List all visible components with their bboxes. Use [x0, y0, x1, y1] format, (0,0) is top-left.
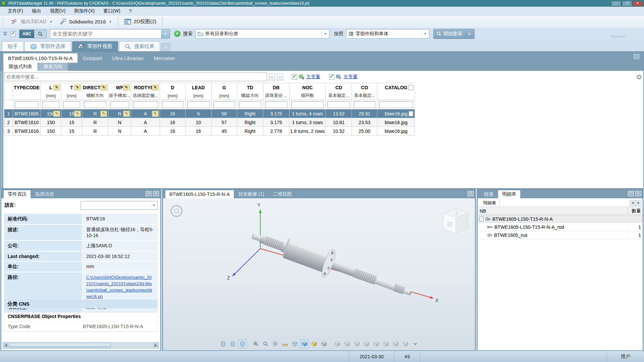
- cell-typecode[interactable]: BTWE1610: [13, 118, 41, 127]
- part-variants-table[interactable]: TYPECODEL✎T✎DIRECTOR✎WF✎RODTYPE✎DLEADGTD…: [4, 83, 415, 136]
- main-tab-3[interactable]: 零部件视图: [72, 41, 118, 51]
- cell-wf[interactable]: N: [108, 127, 131, 136]
- main-tab-5[interactable]: +: [161, 43, 170, 51]
- column-header-t[interactable]: T✎: [61, 83, 82, 92]
- bom-tab-2[interactable]: 明細表: [498, 190, 520, 198]
- column-header-wf[interactable]: WF✎: [108, 83, 131, 92]
- projection-2d-button[interactable]: 2D投图(2): [121, 17, 160, 27]
- column-filter-input[interactable]: [84, 101, 106, 108]
- part-tab-4[interactable]: Mercateo: [149, 53, 179, 63]
- cell-cd[interactable]: 13.52: [326, 109, 352, 118]
- maximize-panel-icon[interactable]: [634, 54, 639, 59]
- edit-column-icon[interactable]: ✎: [74, 85, 81, 91]
- iso-view-2-icon[interactable]: [343, 340, 352, 348]
- previous-match-button[interactable]: <: [269, 73, 275, 81]
- viewer-tab-1[interactable]: BTWE1605-L150-T15-R-N-A: [165, 190, 234, 198]
- part-info-tab-1[interactable]: 零件資訊: [4, 190, 31, 198]
- cell-db[interactable]: 3.175: [263, 118, 289, 127]
- bom-row[interactable]: BTWE1605-L150-T15-R-N-A_rod1: [478, 223, 643, 231]
- main-tab-4[interactable]: 搜索结果: [119, 41, 160, 51]
- search-scope-combo[interactable]: 零部件组和单体 ▼: [346, 29, 429, 39]
- bom-subtab[interactable]: 明細表: [480, 199, 500, 207]
- iso-view-1-icon[interactable]: [333, 340, 342, 348]
- column-filter-input[interactable]: [239, 101, 261, 108]
- cell-typecode[interactable]: BTWE1616: [13, 127, 41, 136]
- column-header-lead[interactable]: LEAD: [185, 83, 211, 92]
- minimize-button[interactable]: —: [611, 1, 621, 6]
- column-header-typecode[interactable]: TYPECODE: [13, 83, 41, 92]
- menu-item[interactable]: 输出: [28, 8, 46, 14]
- column-filter-input[interactable]: [379, 101, 413, 108]
- close-panel-icon[interactable]: ✕: [153, 191, 159, 196]
- part-info-tab-2[interactable]: 拓撲信息: [31, 190, 58, 198]
- iso-view-7-icon[interactable]: [391, 340, 400, 348]
- column-filter-input[interactable]: [63, 101, 80, 108]
- column-header-cd[interactable]: CD: [326, 83, 352, 92]
- column-header-g[interactable]: G: [211, 83, 237, 92]
- menu-item[interactable]: 视图(V): [46, 8, 70, 14]
- edit-value-icon[interactable]: ✎: [100, 111, 107, 117]
- float-panel-icon[interactable]: ❐: [146, 191, 152, 196]
- cell-lead[interactable]: 16: [185, 127, 211, 136]
- cell-lead[interactable]: 5: [185, 109, 211, 118]
- column-filter-input[interactable]: [187, 101, 210, 108]
- maximize-button[interactable]: ❐: [622, 1, 632, 6]
- bom-row[interactable]: −BTWE1605-L150-T15-R-N-A: [478, 215, 643, 223]
- edit-column-icon[interactable]: ✎: [123, 85, 130, 91]
- material-box-icon[interactable]: [310, 340, 319, 348]
- catalog-scope-combo[interactable]: 所有目录和分类 ▼: [195, 29, 329, 39]
- cell-cd[interactable]: 10.81: [326, 118, 352, 127]
- cell-td[interactable]: Right: [237, 118, 263, 127]
- cell-catalog[interactable]: btwe16.jpg: [377, 127, 415, 136]
- secondary-variables-checkbox[interactable]: [329, 74, 334, 80]
- render-wireframe-icon[interactable]: [290, 340, 299, 348]
- main-tab-2[interactable]: 零部件选择: [24, 41, 71, 51]
- next-match-button[interactable]: >: [277, 73, 283, 81]
- bom-scroll-left-icon[interactable]: [630, 200, 635, 206]
- part-tab-2[interactable]: Octopart: [78, 53, 107, 63]
- scroll-right-icon[interactable]: [153, 343, 159, 348]
- cell-td[interactable]: Right: [237, 127, 263, 136]
- iso-view-6-icon[interactable]: [382, 340, 390, 348]
- layout-tab-2[interactable]: 垂直方向: [38, 63, 68, 71]
- column-filter-input[interactable]: [213, 101, 235, 108]
- column-filter-input[interactable]: [291, 101, 324, 108]
- column-header-director[interactable]: DIRECTOR✎: [82, 83, 108, 92]
- cell-d[interactable]: 16: [160, 127, 185, 136]
- cell-co[interactable]: 29.91: [352, 109, 377, 118]
- 3d-viewport[interactable]: 上 前 Y Z X: [163, 198, 475, 350]
- column-header-rodtype[interactable]: RODTYPE✎: [131, 83, 160, 92]
- part-tab-1[interactable]: BTWE1605-L150-T15-R-N-A: [3, 53, 77, 63]
- bom-name-column-header[interactable]: NB: [478, 207, 628, 215]
- iso-view-3-icon[interactable]: [353, 340, 361, 348]
- menu-item[interactable]: ?: [125, 8, 136, 14]
- iso-view-4-icon[interactable]: [362, 340, 371, 348]
- cell-catalog[interactable]: btwe16.jpg: [377, 109, 415, 118]
- scroll-left-icon[interactable]: [3, 343, 9, 348]
- close-button[interactable]: ✕: [633, 1, 643, 6]
- cell-db[interactable]: 2.778: [263, 127, 289, 136]
- cell-g[interactable]: 57: [211, 118, 237, 127]
- cell-wf[interactable]: N: [108, 118, 131, 127]
- cell-noc[interactable]: 1.8 turns, 2 rows: [289, 127, 326, 136]
- zoom-in-icon[interactable]: [252, 340, 260, 348]
- cell-co[interactable]: 25.00: [352, 127, 377, 136]
- edit-value-icon[interactable]: ✎: [123, 111, 130, 117]
- column-filter-input[interactable]: [133, 101, 158, 108]
- column-filter-input[interactable]: [110, 101, 129, 108]
- float-panel-icon[interactable]: ❐: [628, 191, 634, 196]
- cell-rodtype[interactable]: A: [131, 127, 160, 136]
- add-search-icon[interactable]: +: [174, 31, 180, 37]
- primary-variables-checkbox[interactable]: [292, 74, 297, 80]
- cad-target-dropdown-arrow[interactable]: ▼: [109, 20, 112, 23]
- render-shaded-icon[interactable]: [300, 340, 309, 348]
- bom-qty-column-header[interactable]: 數量: [628, 208, 643, 214]
- cell-noc[interactable]: 1 turns, 4 rows: [289, 109, 326, 118]
- secondary-variables-link[interactable]: 次变量: [343, 74, 358, 80]
- cell-d[interactable]: 16: [160, 109, 185, 118]
- bom-tab-1[interactable]: 链接: [480, 190, 497, 198]
- collapse-chevrons-icon[interactable]: [3, 31, 8, 37]
- keyword-dropdown-arrow[interactable]: ▼: [161, 30, 170, 38]
- cell-lead[interactable]: 10: [185, 118, 211, 127]
- cell-noc[interactable]: 1 turns, 3 rows: [289, 118, 326, 127]
